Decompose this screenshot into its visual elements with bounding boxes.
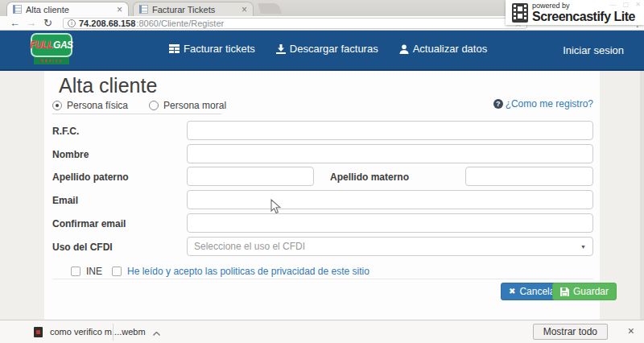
radio-underline xyxy=(52,114,221,114)
nav-actualizar-datos[interactable]: Actualizar datos xyxy=(399,43,488,55)
persona-fisica-radio[interactable] xyxy=(52,101,62,110)
guardar-label: Guardar xyxy=(573,286,609,297)
back-icon[interactable]: ← xyxy=(10,16,20,30)
uso-cfdi-label: Uso del CFDI xyxy=(52,242,113,253)
new-tab-button[interactable] xyxy=(258,3,282,14)
chevron-down-icon: ▼ xyxy=(580,244,586,250)
rfc-label: R.F.C. xyxy=(52,126,79,137)
site-navbar: FULLGAS MÉXICO Facturar tickets Descarga… xyxy=(0,31,644,71)
shelf-separator xyxy=(113,324,114,341)
fullgas-logo[interactable]: FULLGAS MÉXICO xyxy=(31,33,72,64)
tab-close-icon[interactable]: × xyxy=(242,6,247,14)
page-scrollbar[interactable] xyxy=(640,71,644,320)
window-controls: — ▢ ✕ xyxy=(610,1,641,8)
x-icon: ✖ xyxy=(509,287,515,295)
confirmar-email-input[interactable] xyxy=(187,213,593,233)
cfdi-selected-value: Seleccione el uso el CFDI xyxy=(194,241,305,252)
tab-facturar-tickets[interactable]: Facturar Tickets × xyxy=(133,2,254,16)
persona-moral-radio[interactable] xyxy=(149,101,159,110)
nav-facturar-tickets[interactable]: Facturar tickets xyxy=(169,43,255,55)
forward-icon: → xyxy=(26,16,36,30)
guardar-button[interactable]: Guardar xyxy=(552,283,617,300)
minimize-icon[interactable]: — xyxy=(610,1,617,8)
persona-fisica-label: Persona física xyxy=(67,100,128,111)
tab-favicon-icon xyxy=(139,5,148,14)
nav-item-label: Actualizar datos xyxy=(413,43,488,55)
mostrar-todo-button[interactable]: Mostrar todo xyxy=(533,324,608,340)
como-me-registro-link[interactable]: ? ¿Como me registro? xyxy=(493,98,593,110)
apellido-paterno-label: Apellido paterno xyxy=(52,172,129,183)
tab-title: Facturar Tickets xyxy=(152,5,237,14)
ine-label: INE xyxy=(86,266,102,277)
nombre-label: Nombre xyxy=(52,149,89,160)
table-icon xyxy=(169,44,180,53)
apellido-materno-label: Apellido materno xyxy=(330,172,409,183)
privacy-checkbox[interactable] xyxy=(112,267,122,276)
address-bar[interactable]: i 74.208.68.158:8060/Cliente/Register ☆ xyxy=(63,18,527,29)
footer-divider xyxy=(52,279,593,279)
download-filename: como verifico m....webm xyxy=(50,327,146,337)
page-title: Alta cliente xyxy=(59,74,157,97)
tab-close-icon[interactable]: × xyxy=(117,6,122,14)
tab-title: Alta cliente xyxy=(26,5,113,14)
download-item[interactable]: como verifico m....webm xyxy=(34,320,160,343)
nav-item-label: Descargar facturas xyxy=(290,43,378,55)
maximize-icon[interactable]: ▢ xyxy=(623,1,630,8)
video-file-icon xyxy=(34,327,43,337)
user-icon xyxy=(399,44,409,54)
shelf-close-icon[interactable]: × xyxy=(628,324,634,337)
question-circle-icon: ? xyxy=(493,99,503,109)
uso-cfdi-select[interactable]: Seleccione el uso el CFDI ▼ xyxy=(187,237,593,256)
privacy-policy-link[interactable]: He leído y acepto las politicas de priva… xyxy=(127,266,369,277)
nombre-input[interactable] xyxy=(187,144,593,163)
download-icon xyxy=(276,44,286,54)
rfc-input[interactable] xyxy=(187,121,593,140)
nav-iniciar-sesion[interactable]: Iniciar sesion xyxy=(563,44,624,56)
page-info-icon[interactable]: i xyxy=(68,19,76,27)
tab-favicon-icon xyxy=(13,5,22,14)
url-path: :8060/Cliente/Register xyxy=(136,19,224,28)
tab-alta-cliente[interactable]: Alta cliente × xyxy=(6,2,129,16)
save-floppy-icon xyxy=(560,287,569,296)
help-link-label: ¿Como me registro? xyxy=(506,98,593,110)
nav-descargar-facturas[interactable]: Descargar facturas xyxy=(276,43,378,55)
apellido-paterno-input[interactable] xyxy=(187,167,314,186)
window-close-icon[interactable]: ✕ xyxy=(635,1,641,8)
mouse-cursor xyxy=(270,199,282,215)
nav-item-label: Facturar tickets xyxy=(184,43,255,55)
persona-moral-label: Persona moral xyxy=(163,100,226,111)
nav-menu: Facturar tickets Descargar facturas Actu… xyxy=(169,43,487,55)
logo-country: MÉXICO xyxy=(34,57,69,64)
apellido-materno-input[interactable] xyxy=(465,167,593,186)
email-input[interactable] xyxy=(187,190,593,209)
email-label: Email xyxy=(52,195,78,206)
browser-window: Alta cliente × Facturar Tickets × ← → ↻ … xyxy=(0,0,644,343)
confirmar-email-label: Confirmar email xyxy=(52,218,126,229)
film-strip-icon xyxy=(512,3,528,23)
logo-text-gas: GAS xyxy=(53,39,73,51)
download-shelf: como verifico m....webm Mostrar todo × xyxy=(0,320,644,343)
ine-checkbox[interactable] xyxy=(71,267,80,276)
chevron-up-icon[interactable] xyxy=(153,324,160,339)
persona-radio-group: Persona física Persona moral xyxy=(52,100,226,111)
screencastify-brand: Screencastify Lite xyxy=(532,10,635,23)
refresh-icon[interactable]: ↻ xyxy=(43,16,52,30)
consent-row: INE He leído y acepto las politicas de p… xyxy=(71,266,369,277)
logo-text-full: FULL xyxy=(30,39,53,51)
url-host: 74.208.68.158 xyxy=(79,19,135,28)
